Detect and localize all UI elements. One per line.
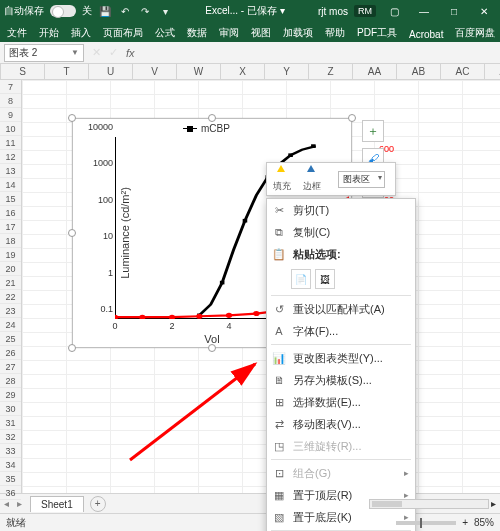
name-box-dropdown-icon[interactable]: ▼ — [71, 48, 79, 57]
row-header[interactable]: 16 — [0, 206, 21, 220]
col-header[interactable]: V — [133, 64, 177, 79]
tab-file[interactable]: 文件 — [4, 24, 30, 42]
horizontal-scrollbar[interactable] — [369, 499, 489, 509]
row-header[interactable]: 24 — [0, 318, 21, 332]
chart-elements-button[interactable]: ＋ — [362, 120, 384, 142]
x-axis-label[interactable]: Vol — [204, 333, 219, 345]
autosave-toggle[interactable] — [50, 5, 76, 17]
tab-data[interactable]: 数据 — [184, 24, 210, 42]
row-header[interactable]: 13 — [0, 164, 21, 178]
tab-pagelayout[interactable]: 页面布局 — [100, 24, 146, 42]
menu-reset-style[interactable]: ↺重设以匹配样式(A) — [267, 298, 415, 320]
tab-help[interactable]: 帮助 — [322, 24, 348, 42]
resize-handle[interactable] — [68, 229, 76, 237]
undo-icon[interactable]: ↶ — [118, 6, 132, 17]
scroll-right-icon[interactable]: ▸ — [491, 498, 496, 509]
row-header[interactable]: 28 — [0, 374, 21, 388]
menu-send-back[interactable]: ▧置于底层(K)▸ — [267, 506, 415, 528]
row-header[interactable]: 30 — [0, 402, 21, 416]
col-header[interactable]: U — [89, 64, 133, 79]
col-header[interactable]: T — [45, 64, 89, 79]
redo-icon[interactable]: ↷ — [138, 6, 152, 17]
fill-color-icon[interactable] — [275, 165, 289, 179]
name-box[interactable]: 图表 2 ▼ — [4, 44, 84, 62]
document-title[interactable]: Excel... - 已保存 ▾ — [178, 4, 312, 18]
row-header[interactable]: 31 — [0, 416, 21, 430]
sheet-tab[interactable]: Sheet1 — [30, 496, 84, 512]
chart-area-select[interactable]: 图表区 — [338, 171, 385, 188]
maximize-button[interactable]: □ — [442, 6, 466, 17]
cells-area[interactable]: mCBP Luminance (cd/m²) Current density (… — [22, 80, 500, 493]
menu-cut[interactable]: ✂剪切(T) — [267, 199, 415, 221]
outline-color-icon[interactable] — [305, 165, 319, 179]
tab-view[interactable]: 视图 — [248, 24, 274, 42]
save-icon[interactable]: 💾 — [98, 6, 112, 17]
col-header[interactable]: AC — [441, 64, 485, 79]
row-header[interactable]: 9 — [0, 108, 21, 122]
resize-handle[interactable] — [68, 114, 76, 122]
col-header[interactable]: Z — [309, 64, 353, 79]
row-header[interactable]: 25 — [0, 332, 21, 346]
resize-handle[interactable] — [208, 344, 216, 352]
col-header[interactable]: W — [177, 64, 221, 79]
ribbon-display-icon[interactable]: ▢ — [382, 6, 406, 17]
row-header[interactable]: 34 — [0, 458, 21, 472]
menu-move-chart[interactable]: ⇄移动图表(V)... — [267, 413, 415, 435]
row-header[interactable]: 22 — [0, 290, 21, 304]
row-header[interactable]: 15 — [0, 192, 21, 206]
tab-review[interactable]: 审阅 — [216, 24, 242, 42]
zoom-slider[interactable] — [396, 521, 456, 525]
menu-select-data[interactable]: ⊞选择数据(E)... — [267, 391, 415, 413]
col-header[interactable]: Y — [265, 64, 309, 79]
zoom-value[interactable]: 85% — [474, 517, 494, 528]
paste-option-2[interactable]: 🖼 — [315, 269, 335, 289]
resize-handle[interactable] — [348, 114, 356, 122]
row-header[interactable]: 33 — [0, 444, 21, 458]
tab-addins[interactable]: 加载项 — [280, 24, 316, 42]
col-header[interactable]: AA — [353, 64, 397, 79]
row-header[interactable]: 7 — [0, 80, 21, 94]
tab-baidu[interactable]: 百度网盘 — [452, 24, 498, 42]
row-header[interactable]: 17 — [0, 220, 21, 234]
user-avatar[interactable]: RM — [354, 5, 376, 17]
resize-handle[interactable] — [68, 344, 76, 352]
menu-font[interactable]: A字体(F)... — [267, 320, 415, 342]
close-button[interactable]: ✕ — [472, 6, 496, 17]
chart-legend[interactable]: mCBP — [183, 123, 230, 134]
col-header[interactable]: AD — [485, 64, 500, 79]
tab-insert[interactable]: 插入 — [68, 24, 94, 42]
new-sheet-button[interactable]: + — [90, 496, 106, 512]
user-name[interactable]: rjt mos — [318, 6, 348, 17]
row-header[interactable]: 27 — [0, 360, 21, 374]
row-header[interactable]: 26 — [0, 346, 21, 360]
row-header[interactable]: 12 — [0, 150, 21, 164]
resize-handle[interactable] — [208, 114, 216, 122]
menu-save-template[interactable]: 🗎另存为模板(S)... — [267, 369, 415, 391]
row-header[interactable]: 29 — [0, 388, 21, 402]
zoom-in-button[interactable]: + — [462, 517, 468, 528]
tab-home[interactable]: 开始 — [36, 24, 62, 42]
fx-icon[interactable]: fx — [126, 47, 135, 59]
paste-option-1[interactable]: 📄 — [291, 269, 311, 289]
col-header[interactable]: X — [221, 64, 265, 79]
qat-dropdown-icon[interactable]: ▾ — [158, 6, 172, 17]
row-header[interactable]: 8 — [0, 94, 21, 108]
row-header[interactable]: 20 — [0, 262, 21, 276]
row-header[interactable]: 11 — [0, 136, 21, 150]
row-header[interactable]: 14 — [0, 178, 21, 192]
col-header[interactable]: S — [1, 64, 45, 79]
row-header[interactable]: 35 — [0, 472, 21, 486]
row-header[interactable]: 10 — [0, 122, 21, 136]
row-header[interactable]: 36 — [0, 486, 21, 500]
worksheet-grid[interactable]: S T U V W X Y Z AA AB AC AD 789101112131… — [0, 64, 500, 493]
menu-copy[interactable]: ⧉复制(C) — [267, 221, 415, 243]
row-header[interactable]: 21 — [0, 276, 21, 290]
minimize-button[interactable]: — — [412, 6, 436, 17]
row-header[interactable]: 19 — [0, 248, 21, 262]
menu-change-chart-type[interactable]: 📊更改图表类型(Y)... — [267, 347, 415, 369]
tab-pdf[interactable]: PDF工具 — [354, 24, 400, 42]
tab-formulas[interactable]: 公式 — [152, 24, 178, 42]
mini-toolbar[interactable]: 填充 边框 图表区 — [266, 162, 396, 196]
col-header[interactable]: AB — [397, 64, 441, 79]
row-header[interactable]: 18 — [0, 234, 21, 248]
